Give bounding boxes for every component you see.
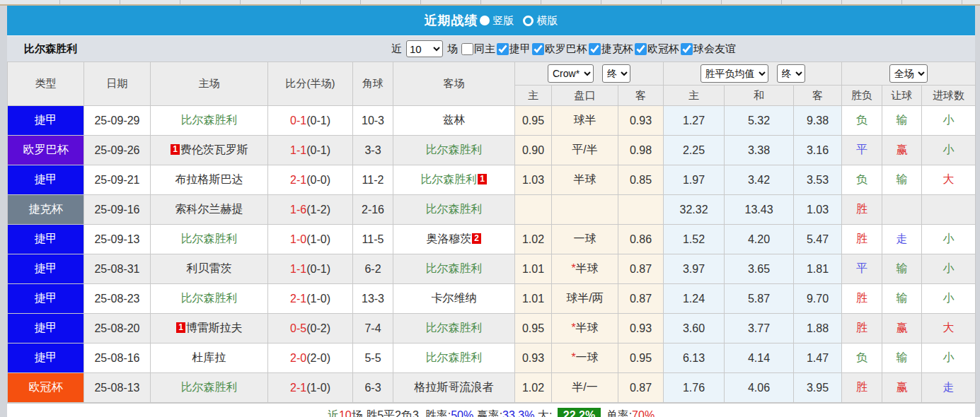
avg-home-cell: 2.25: [664, 136, 725, 165]
home-team-cell: 利贝雷茨: [151, 254, 268, 284]
table-row: 捷甲25-09-29比尔森胜利0-1(0-1)10-3兹林0.95球半0.931…: [8, 106, 976, 136]
vertical-layout-label[interactable]: 竖版: [493, 14, 514, 28]
outcome-cell: 负: [842, 343, 882, 373]
away-team-cell: 比尔森胜利: [393, 195, 515, 225]
handicap-cell: *一球: [552, 343, 618, 373]
halftime-score: (0-1): [306, 114, 330, 127]
team-name: 格拉斯哥流浪者: [415, 381, 494, 393]
avg-home-cell: 3.97: [664, 254, 725, 284]
away-team-cell: 比尔森胜利1: [393, 165, 515, 195]
summary-segment: 场,胜5平2负3,: [352, 409, 425, 417]
date-cell: 25-09-21: [84, 165, 151, 195]
outcome-cell: 负: [842, 106, 882, 136]
league-filter[interactable]: 欧冠杯: [633, 42, 679, 56]
vertical-layout-radio[interactable]: [480, 16, 490, 25]
league-badge: 捷甲: [8, 225, 83, 254]
col-header-avg-draw: 和: [725, 86, 794, 106]
fulltime-score: 0-5: [290, 322, 306, 334]
score-cell: 1-6(1-2): [268, 195, 353, 225]
handicap-outcome-cell: 输: [882, 284, 922, 314]
league-badge: 捷甲: [8, 343, 83, 372]
score-cell: 2-0(2-0): [268, 343, 353, 373]
col-header-avg-home: 主: [664, 86, 725, 106]
league-filter[interactable]: 捷克杯: [587, 42, 633, 56]
away-team-cell: 比尔森胜利: [393, 136, 515, 165]
summary-segment: 胜率:: [425, 409, 451, 417]
outcome-cell: 胜: [842, 225, 882, 254]
horizontal-layout-radio[interactable]: [523, 16, 534, 26]
goals-outcome-cell: 大: [922, 165, 976, 195]
bookmaker-time-select[interactable]: 终: [602, 64, 630, 83]
europe-time-select[interactable]: 终: [777, 64, 805, 83]
asia-away-odds-cell: 0.87: [618, 284, 664, 314]
league-filter-label[interactable]: 捷克杯: [601, 42, 633, 56]
avg-draw-cell: 3.77: [725, 314, 794, 343]
league-badge: 捷甲: [8, 254, 83, 283]
avg-draw-cell: 4.14: [725, 343, 794, 373]
asia-away-odds-cell: 0.95: [618, 343, 664, 373]
date-cell: 25-09-16: [84, 195, 151, 225]
bookmaker-select[interactable]: Crow*: [548, 64, 594, 83]
league-filter[interactable]: 欧罗巴杯: [531, 42, 587, 56]
avg-draw-cell: 4.20: [725, 225, 794, 254]
league-filter[interactable]: 捷甲: [495, 42, 531, 56]
avg-home-cell: 1.97: [664, 165, 725, 195]
same-venue-filter[interactable]: 同主: [460, 42, 495, 56]
asia-away-odds-cell: 0.85: [618, 165, 664, 195]
table-row: 捷克杯25-09-16索科尔兰赫提1-6(1-2)2-16比尔森胜利32.321…: [8, 195, 976, 225]
avg-away-cell: 1.88: [794, 314, 842, 343]
halftime-score: (0-1): [306, 263, 330, 275]
avg-away-cell: 9.70: [794, 284, 842, 314]
corners-cell: 11-5: [353, 225, 393, 254]
goals-outcome-cell: 大: [922, 314, 976, 343]
league-checkbox[interactable]: [589, 43, 601, 55]
score-cell: 2-1(1-0): [268, 373, 353, 403]
league-filter-label[interactable]: 欧冠杯: [647, 42, 679, 56]
summary-segment: 33.3%: [502, 409, 534, 417]
league-filter-label[interactable]: 捷甲: [509, 42, 531, 56]
home-team-cell: 索科尔兰赫提: [151, 195, 268, 225]
results-table-body: 捷甲25-09-29比尔森胜利0-1(0-1)10-3兹林0.95球半0.931…: [8, 106, 976, 403]
table-row: 捷甲25-08-201博雷斯拉夫0-5(0-2)7-4比尔森胜利0.95*半球0…: [8, 314, 976, 343]
league-checkbox[interactable]: [532, 43, 544, 55]
league-checkbox[interactable]: [681, 43, 693, 55]
same-venue-checkbox[interactable]: [461, 43, 473, 55]
fulltime-score: 1-0: [290, 233, 306, 245]
team-name: 比尔森胜利: [181, 292, 238, 304]
col-header-handicap: 盘口: [552, 86, 618, 106]
scope-select[interactable]: 全场: [889, 64, 928, 83]
avg-away-cell: 5.47: [794, 225, 842, 254]
home-team-cell: 1博雷斯拉夫: [151, 314, 268, 343]
europe-avg-select[interactable]: 胜平负均值: [701, 64, 768, 83]
match-count-select[interactable]: 10: [406, 40, 443, 57]
home-team-cell: 比尔森胜利: [151, 373, 268, 403]
score-cell: 2-1(0-0): [268, 165, 353, 195]
league-filter-label[interactable]: 球会友谊: [693, 42, 736, 56]
team-name: 比尔森胜利: [181, 381, 238, 393]
asia-away-odds-cell: 0.87: [618, 373, 664, 403]
team-name: 兹林: [443, 114, 466, 126]
league-filter-label[interactable]: 欧罗巴杯: [545, 42, 587, 56]
date-cell: 25-08-20: [84, 314, 151, 343]
league-checkbox[interactable]: [497, 43, 509, 55]
goals-outcome-cell: 走: [922, 373, 976, 403]
horizontal-layout-label[interactable]: 横版: [537, 14, 558, 28]
previous-table-edge: [0, 0, 980, 6]
corners-cell: 6-2: [353, 254, 393, 284]
outcome-cell: 胜: [842, 314, 882, 343]
type-cell: 欧罗巴杯: [8, 136, 84, 165]
league-filter[interactable]: 球会友谊: [679, 42, 736, 56]
league-filters: 捷甲欧罗巴杯捷克杯欧冠杯球会友谊: [495, 42, 736, 56]
same-venue-label[interactable]: 同主: [474, 42, 495, 56]
handicap-outcome-cell: 走: [882, 225, 922, 254]
home-team-cell: 比尔森胜利: [151, 106, 268, 136]
summary-segment: 22.2%: [558, 408, 601, 417]
outcome-cell: 胜: [842, 373, 882, 403]
league-badge: 欧罗巴杯: [8, 136, 83, 165]
league-checkbox[interactable]: [635, 43, 647, 55]
away-team-cell: 格拉斯哥流浪者: [393, 373, 515, 403]
avg-away-cell: 3.95: [794, 373, 842, 403]
asia-away-odds-cell: 0.86: [618, 225, 664, 254]
halftime-score: (1-2): [306, 204, 330, 216]
halftime-score: (1-0): [306, 382, 330, 394]
